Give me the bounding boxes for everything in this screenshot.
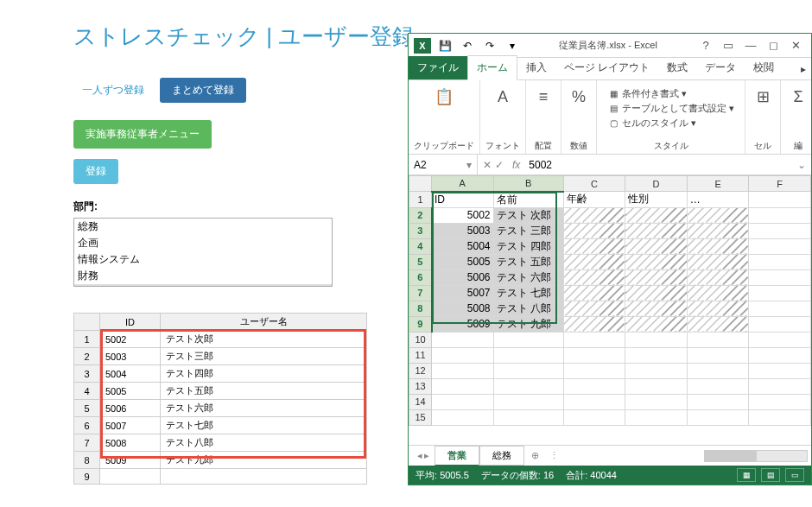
- grid-cell[interactable]: [625, 347, 688, 363]
- grid-cell[interactable]: 年齢: [563, 192, 625, 208]
- dept-option[interactable]: 商品: [74, 284, 332, 287]
- grid-cell[interactable]: [749, 269, 811, 285]
- admin-menu-button[interactable]: 実施事務従事者メニュー: [73, 120, 212, 149]
- grid-cell[interactable]: [625, 254, 688, 269]
- grid-cell[interactable]: [749, 207, 811, 223]
- grid-cell[interactable]: [625, 378, 688, 394]
- view-layout-icon[interactable]: ▤: [761, 468, 780, 482]
- grid-cell[interactable]: [687, 378, 749, 394]
- cond-format-button[interactable]: ▦条件付き書式 ▾: [607, 87, 734, 100]
- grid-cell[interactable]: [687, 269, 749, 285]
- col-header[interactable]: D: [625, 176, 688, 192]
- row-header[interactable]: 10: [409, 332, 432, 347]
- grid-cell[interactable]: [625, 332, 688, 347]
- close-icon[interactable]: ✕: [785, 38, 806, 54]
- table-row[interactable]: 1 5002 テスト次郎: [74, 331, 367, 348]
- table-row[interactable]: 4 5005 テスト五郎: [74, 383, 367, 400]
- ribbon-edit[interactable]: Σ 編: [781, 80, 812, 154]
- grid-cell[interactable]: [687, 409, 749, 425]
- grid-cell[interactable]: 5006: [432, 269, 494, 285]
- grid-cell[interactable]: [432, 378, 494, 394]
- grid-cell[interactable]: 5008: [432, 301, 494, 316]
- tab-formulas[interactable]: 数式: [658, 56, 696, 79]
- grid-cell[interactable]: [563, 394, 625, 409]
- edit-icon[interactable]: Σ: [786, 84, 810, 110]
- grid-cell[interactable]: [749, 238, 811, 254]
- grid-cell[interactable]: 5007: [432, 285, 494, 301]
- col-header-id[interactable]: ID: [100, 314, 161, 331]
- cell-id[interactable]: 5004: [100, 365, 161, 383]
- grid-cell[interactable]: [563, 238, 625, 254]
- view-break-icon[interactable]: ▭: [785, 468, 804, 482]
- cell-name[interactable]: テスト次郎: [161, 331, 367, 348]
- table-row[interactable]: 9: [74, 469, 367, 485]
- dept-option[interactable]: 財務: [74, 268, 332, 284]
- grid-cell[interactable]: テスト 四郎: [493, 238, 563, 254]
- table-row[interactable]: 3 5004 テスト四郎: [74, 365, 367, 383]
- row-header[interactable]: 8: [409, 301, 432, 316]
- select-all-cell[interactable]: [409, 176, 432, 192]
- grid-cell[interactable]: [625, 394, 688, 409]
- cell-id[interactable]: 5005: [100, 383, 161, 400]
- ribbon-align[interactable]: ≡ 配置: [526, 80, 561, 154]
- cell-id[interactable]: 5003: [100, 348, 161, 365]
- grid-cell[interactable]: [625, 269, 688, 285]
- save-icon[interactable]: 💾: [436, 38, 454, 54]
- grid-cell[interactable]: 5003: [432, 223, 494, 238]
- namebox-dropdown-icon[interactable]: ▾: [466, 159, 472, 171]
- col-header[interactable]: A: [432, 176, 494, 192]
- grid-cell[interactable]: 5009: [432, 316, 494, 332]
- sheet-next-icon[interactable]: ▸: [424, 450, 429, 461]
- row-header[interactable]: 2: [409, 207, 432, 223]
- grid-cell[interactable]: [749, 254, 811, 269]
- row-header[interactable]: 9: [409, 316, 432, 332]
- tab-review[interactable]: 校閲: [745, 56, 783, 79]
- grid-cell[interactable]: …: [687, 192, 749, 208]
- sheet-menu-icon[interactable]: ⋮: [546, 450, 562, 461]
- grid-cell[interactable]: テスト 次郎: [493, 207, 563, 223]
- sheet-tab-active[interactable]: 営業: [435, 446, 479, 466]
- row-header[interactable]: 13: [409, 378, 432, 394]
- grid-cell[interactable]: [687, 316, 749, 332]
- grid-cell[interactable]: 5002: [432, 207, 494, 223]
- grid-cell[interactable]: [563, 207, 625, 223]
- grid-cell[interactable]: [749, 409, 811, 425]
- dept-option[interactable]: 情報システム: [74, 251, 332, 268]
- grid-cell[interactable]: テスト 五郎: [493, 254, 563, 269]
- grid-cell[interactable]: [493, 394, 563, 409]
- row-header[interactable]: 11: [409, 347, 432, 363]
- grid-cell[interactable]: [687, 363, 749, 378]
- ribbon-options-icon[interactable]: ▭: [718, 38, 739, 54]
- grid-cell[interactable]: [749, 347, 811, 363]
- grid-cell[interactable]: [563, 316, 625, 332]
- grid-cell[interactable]: [749, 332, 811, 347]
- tab-file[interactable]: ファイル: [409, 56, 467, 79]
- grid-cell[interactable]: [563, 409, 625, 425]
- cell-id[interactable]: 5002: [100, 331, 161, 348]
- tab-bulk[interactable]: まとめて登録: [160, 78, 246, 103]
- grid-cell[interactable]: [493, 378, 563, 394]
- paste-icon[interactable]: 📋: [432, 84, 456, 110]
- dept-option[interactable]: 総務: [74, 219, 332, 235]
- tab-home[interactable]: ホーム: [467, 55, 517, 80]
- grid-cell[interactable]: [432, 363, 494, 378]
- cell-name[interactable]: テスト四郎: [161, 365, 367, 383]
- ribbon-font[interactable]: A フォント: [480, 80, 526, 154]
- undo-icon[interactable]: ↶: [459, 38, 476, 54]
- grid-cell[interactable]: [493, 409, 563, 425]
- minimize-icon[interactable]: —: [740, 38, 761, 54]
- grid-cell[interactable]: [625, 363, 688, 378]
- grid-cell[interactable]: [749, 378, 811, 394]
- grid-cell[interactable]: [563, 269, 625, 285]
- percent-icon[interactable]: %: [567, 84, 591, 110]
- cell-name[interactable]: テスト三郎: [161, 348, 367, 365]
- col-header[interactable]: E: [687, 176, 749, 192]
- cell-name[interactable]: テスト七郎: [161, 417, 367, 434]
- cell-id[interactable]: 5007: [100, 417, 161, 434]
- maximize-icon[interactable]: ◻: [763, 38, 783, 54]
- row-header[interactable]: 15: [409, 409, 432, 425]
- cell-id[interactable]: 5009: [100, 452, 161, 469]
- sheet-tab-other[interactable]: 総務: [479, 446, 524, 466]
- grid-cell[interactable]: [687, 394, 749, 409]
- grid-cell[interactable]: [563, 363, 625, 378]
